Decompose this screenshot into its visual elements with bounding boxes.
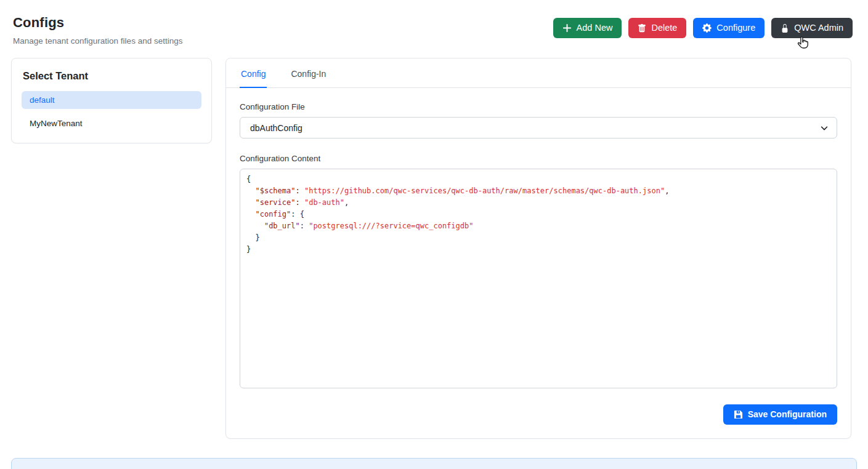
code-line: {: [246, 174, 830, 185]
tab-config-in[interactable]: Config-In: [290, 58, 327, 88]
code-token: [246, 198, 255, 207]
code-line: "$schema": "https://github.com/qwc-servi…: [246, 185, 830, 197]
tenant-panel-title: Select Tenant: [23, 70, 201, 82]
save-configuration-button[interactable]: Save Configuration: [723, 404, 837, 425]
qwc-admin-button[interactable]: QWC Admin: [771, 18, 853, 38]
code-token: [246, 222, 264, 230]
add-new-button[interactable]: Add New: [553, 18, 622, 38]
content-area: Select Tenant default MyNewTenant Config…: [11, 58, 851, 439]
config-panel: Config Config-In Configuration File dbAu…: [225, 58, 851, 439]
code-token: :: [295, 198, 304, 207]
gear-icon: [702, 23, 712, 33]
configure-button[interactable]: Configure: [693, 18, 765, 38]
code-token: :: [300, 222, 309, 230]
code-token: ,: [344, 198, 349, 207]
code-token: [246, 210, 255, 218]
configure-label: Configure: [716, 23, 755, 33]
page-heading-group: Configs Manage tenant configuration file…: [13, 15, 182, 46]
config-content-label: Configuration Content: [240, 154, 837, 163]
code-token: "$schema": [255, 186, 295, 195]
config-content-editor[interactable]: { "$schema": "https://github.com/qwc-ser…: [240, 169, 837, 388]
save-configuration-label: Save Configuration: [748, 409, 827, 420]
code-token: "postgresql:///?service=qwc_configdb": [309, 222, 473, 230]
code-token: {: [246, 175, 251, 183]
code-token: }: [246, 233, 260, 242]
config-tabbar: Config Config-In: [226, 58, 851, 88]
tenant-panel: Select Tenant default MyNewTenant: [11, 58, 212, 143]
plus-icon: [562, 23, 572, 33]
config-file-label: Configuration File: [240, 102, 837, 111]
code-token: "https://github.com/qwc-services/qwc-db-…: [304, 186, 665, 195]
delete-label: Delete: [651, 23, 677, 33]
delete-button[interactable]: Delete: [628, 18, 686, 38]
code-line: "db_url": "postgresql:///?service=qwc_co…: [246, 220, 830, 232]
config-tab-panel: Configuration File dbAuthConfig Configur…: [226, 88, 851, 438]
code-token: : {: [291, 210, 304, 218]
code-token: "db-auth": [304, 198, 344, 207]
code-token: ,: [665, 186, 669, 195]
code-token: [246, 186, 255, 195]
code-line: }: [246, 232, 830, 244]
lock-icon: [781, 24, 789, 33]
code-line: "config": {: [246, 209, 830, 220]
config-file-select[interactable]: dbAuthConfig: [240, 117, 837, 138]
code-token: "config": [255, 210, 291, 218]
panel-footer: Save Configuration: [240, 404, 837, 425]
code-token: "service": [255, 198, 295, 207]
page-subtitle: Manage tenant configuration files and se…: [13, 36, 182, 46]
config-file-selected-value: dbAuthConfig: [250, 123, 302, 133]
tenant-item-mynewtenant[interactable]: MyNewTenant: [22, 114, 201, 132]
trash-icon: [638, 24, 646, 33]
add-new-label: Add New: [577, 23, 613, 33]
toolbar: Add New Delete Configure QWC Admin: [553, 18, 853, 38]
page-title: Configs: [13, 15, 182, 31]
floppy-disk-icon: [734, 410, 743, 419]
page-header: Configs Manage tenant configuration file…: [0, 0, 868, 46]
chevron-down-icon: [820, 124, 829, 132]
code-token: }: [246, 245, 251, 254]
tenant-list: default MyNewTenant: [22, 91, 201, 132]
tab-config[interactable]: Config: [240, 58, 267, 88]
code-token: :: [295, 186, 304, 195]
code-line: }: [246, 244, 830, 255]
code-token: "db_url": [264, 222, 300, 230]
tenant-item-default[interactable]: default: [22, 91, 201, 109]
qwc-admin-label: QWC Admin: [794, 23, 843, 33]
info-alert: [11, 458, 857, 469]
code-line: "service": "db-auth",: [246, 197, 830, 209]
